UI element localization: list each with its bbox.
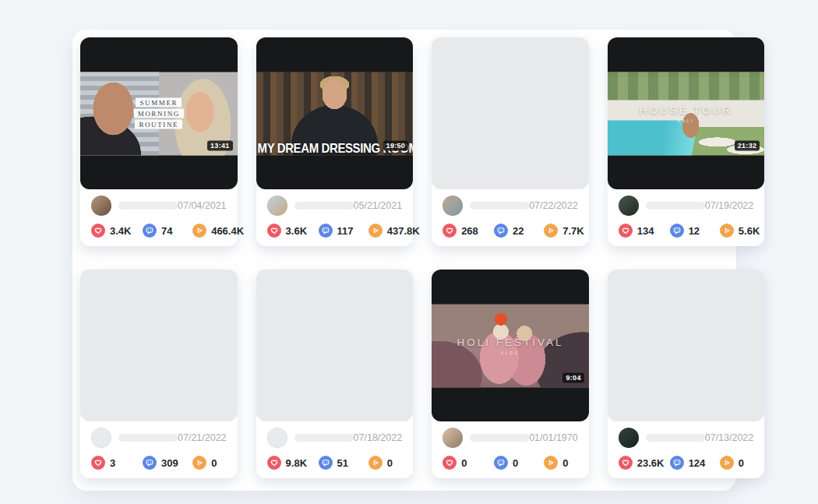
video-card-grid: SUMMERMORNINGROUTINE13:41 07/04/2021 3.4… — [72, 30, 736, 491]
avatar[interactable] — [442, 428, 463, 448]
views-stat[interactable]: 0 — [720, 456, 753, 470]
stats-row: 0 0 0 — [442, 456, 578, 470]
thumbnail-image: MY DREAM DRESSING ROOM19:50 — [256, 72, 414, 155]
comments-stat[interactable]: 22 — [494, 224, 544, 238]
video-thumbnail[interactable] — [432, 37, 589, 189]
video-card[interactable]: 07/18/2022 9.8K 51 — [256, 270, 414, 478]
channel-name-placeholder — [294, 434, 354, 442]
video-card[interactable]: HOUSE TOURBALI21:32 07/19/2022 134 — [608, 37, 765, 246]
likes-stat[interactable]: 134 — [619, 224, 670, 238]
comment-icon — [319, 224, 333, 238]
comments-stat[interactable]: 51 — [319, 456, 368, 470]
likes-stat[interactable]: 3.6K — [267, 224, 319, 238]
play-icon — [720, 456, 734, 470]
video-title-text: HOUSE TOUR — [640, 104, 733, 116]
publish-date: 07/18/2022 — [354, 432, 403, 443]
likes-stat[interactable]: 0 — [442, 456, 494, 470]
views-stat[interactable]: 466.4K — [192, 224, 226, 238]
comments-stat[interactable]: 309 — [143, 456, 192, 470]
comments-stat[interactable]: 117 — [319, 224, 368, 238]
video-thumbnail[interactable] — [80, 270, 238, 421]
heart-icon — [619, 456, 633, 470]
duration-badge: 13:41 — [207, 140, 233, 150]
comment-icon — [494, 224, 508, 238]
views-value: 5.6K — [739, 225, 760, 237]
meta-row: 07/18/2022 — [267, 428, 403, 448]
play-icon — [368, 224, 383, 238]
video-title-text: MORNING — [134, 109, 184, 118]
stats-row: 3.4K 74 466.4K — [91, 224, 227, 238]
stats-row: 134 12 5.6K — [619, 224, 754, 238]
comments-stat[interactable]: 124 — [670, 456, 720, 470]
publish-date: 07/13/2022 — [705, 432, 754, 443]
comment-icon — [319, 456, 333, 470]
channel-name-placeholder — [470, 202, 529, 210]
avatar[interactable] — [91, 428, 111, 448]
channel-name-placeholder — [118, 434, 178, 442]
video-card[interactable]: HOLI FESTIVALVLOG9:04 01/01/1970 0 — [432, 270, 589, 478]
video-card[interactable]: MY DREAM DRESSING ROOM19:50 05/21/2021 3… — [256, 37, 414, 246]
video-thumbnail[interactable]: SUMMERMORNINGROUTINE13:41 — [80, 37, 238, 189]
comment-icon — [670, 456, 684, 470]
video-card[interactable]: 07/13/2022 23.6K 124 — [608, 270, 765, 478]
play-icon — [192, 224, 206, 238]
views-stat[interactable]: 0 — [368, 456, 402, 470]
views-value: 466.4K — [211, 225, 244, 237]
likes-value: 134 — [637, 225, 654, 237]
likes-stat[interactable]: 9.8K — [267, 456, 319, 470]
comments-stat[interactable]: 74 — [143, 224, 192, 238]
avatar[interactable] — [619, 428, 639, 448]
stats-row: 268 22 7.7K — [442, 224, 578, 238]
video-card[interactable]: 07/21/2022 3 309 — [80, 270, 238, 478]
heart-icon — [267, 456, 281, 470]
thumbnail-image: SUMMERMORNINGROUTINE13:41 — [80, 72, 238, 155]
likes-stat[interactable]: 3 — [91, 456, 143, 470]
video-thumbnail[interactable] — [608, 270, 765, 421]
avatar[interactable] — [442, 196, 463, 216]
avatar[interactable] — [619, 196, 639, 216]
duration-badge: 19:50 — [383, 140, 409, 150]
views-stat[interactable]: 437.8K — [368, 224, 402, 238]
meta-row: 07/22/2022 — [442, 196, 578, 216]
likes-stat[interactable]: 3.4K — [91, 224, 143, 238]
views-stat[interactable]: 0 — [192, 456, 226, 470]
comments-stat[interactable]: 12 — [670, 224, 720, 238]
likes-stat[interactable]: 268 — [442, 224, 494, 238]
video-card[interactable]: 07/22/2022 268 22 — [432, 37, 589, 246]
video-info: 07/19/2022 134 12 — [608, 189, 765, 248]
video-title-text: HOLI FESTIVAL — [457, 337, 563, 348]
video-subtitle-text: VLOG — [501, 351, 520, 355]
video-thumbnail[interactable]: HOUSE TOURBALI21:32 — [608, 37, 765, 189]
likes-value: 3 — [110, 457, 115, 469]
video-thumbnail[interactable]: HOLI FESTIVALVLOG9:04 — [432, 270, 589, 421]
channel-name-placeholder — [646, 434, 705, 442]
video-info: 07/04/2021 3.4K 74 — [80, 189, 238, 248]
video-thumbnail[interactable] — [256, 270, 414, 421]
meta-row: 07/13/2022 — [619, 428, 754, 448]
duration-badge: 9:04 — [562, 372, 584, 382]
meta-row: 07/04/2021 — [91, 196, 227, 216]
views-stat[interactable]: 7.7K — [544, 224, 577, 238]
duration-badge: 21:32 — [735, 140, 760, 150]
comments-value: 124 — [689, 457, 706, 469]
heart-icon — [619, 224, 633, 238]
avatar[interactable] — [267, 428, 287, 448]
meta-row: 07/19/2022 — [619, 196, 754, 216]
video-thumbnail[interactable]: MY DREAM DRESSING ROOM19:50 — [256, 37, 414, 189]
channel-name-placeholder — [294, 202, 354, 210]
likes-value: 3.4K — [110, 225, 131, 237]
comments-value: 74 — [161, 225, 172, 237]
views-stat[interactable]: 0 — [544, 456, 577, 470]
views-value: 0 — [211, 457, 217, 469]
avatar[interactable] — [91, 196, 111, 216]
views-value: 0 — [387, 457, 393, 469]
views-value: 0 — [739, 457, 744, 469]
video-card[interactable]: SUMMERMORNINGROUTINE13:41 07/04/2021 3.4… — [80, 37, 238, 246]
comment-icon — [143, 224, 157, 238]
video-title-text: ROUTINE — [135, 120, 182, 129]
avatar[interactable] — [267, 196, 287, 216]
views-stat[interactable]: 5.6K — [720, 224, 753, 238]
likes-stat[interactable]: 23.6K — [619, 456, 670, 470]
comments-stat[interactable]: 0 — [494, 456, 544, 470]
channel-name-placeholder — [470, 434, 529, 442]
